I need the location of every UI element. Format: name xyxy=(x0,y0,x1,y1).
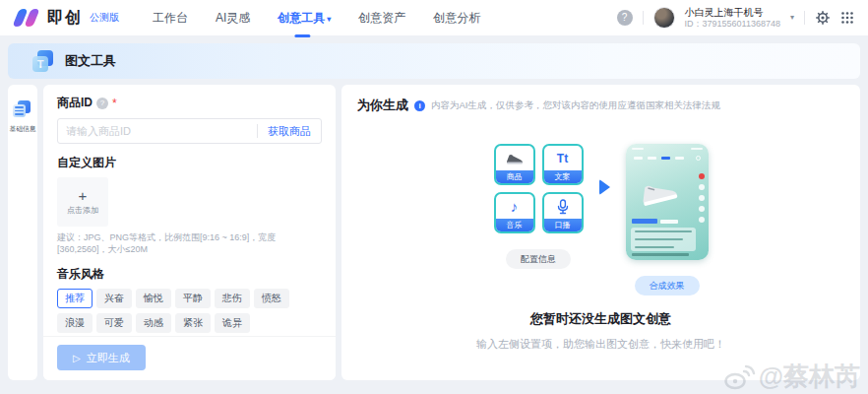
settings-panel: 商品ID ? * 获取商品 自定义图片 + 点击添加 建议：JPG、PNG等格式… xyxy=(43,85,336,380)
avatar[interactable] xyxy=(653,7,675,29)
card-label: 文案 xyxy=(544,170,582,183)
result-group: 合成效果 xyxy=(626,144,709,296)
music-style-chip[interactable]: 愤怒 xyxy=(254,289,289,308)
settings-footer: ▷ 立即生成 xyxy=(43,336,336,380)
product-id-label: 商品ID xyxy=(57,95,93,111)
music-style-chip[interactable]: 动感 xyxy=(136,313,171,333)
upload-text: 点击添加 xyxy=(67,205,98,216)
generate-button[interactable]: ▷ 立即生成 xyxy=(57,345,146,370)
music-style-chips: 推荐 兴奋 愉悦 平静 悲伤 愤怒 浪漫 可爱 动感 紧张 诡异 xyxy=(57,289,322,333)
custom-image-field: 自定义图片 + 点击添加 建议：JPG、PNG等格式，比例范围[9:16 ~ 1… xyxy=(57,155,322,255)
preview-panel: 为你生成 i 内容为AI生成，仅供参考，您对该内容的使用应遵循国家相关法律法规 xyxy=(341,85,860,380)
image-text-tool-icon: T xyxy=(31,49,55,73)
phone-product-shoe xyxy=(634,172,683,214)
music-style-chip[interactable]: 推荐 xyxy=(57,289,93,308)
user-info[interactable]: 小白灵上海干机号 ID：3791556011368748 xyxy=(685,7,780,30)
nav-item-creative-analysis[interactable]: 创意分析 xyxy=(433,10,480,27)
card-voiceover: 口播 xyxy=(542,192,584,233)
music-style-chip[interactable]: 平静 xyxy=(175,289,211,308)
tab-composite-result[interactable]: 合成效果 xyxy=(635,276,700,296)
shoe-icon xyxy=(496,146,533,170)
help-icon[interactable]: ? xyxy=(96,98,108,109)
card-copywriting: Tt 文案 xyxy=(542,144,584,185)
preview-title: 为你生成 xyxy=(357,97,408,114)
beta-badge: 公测版 xyxy=(90,11,119,25)
music-style-chip[interactable]: 浪漫 xyxy=(57,313,93,333)
card-product: 商品 xyxy=(494,144,535,185)
empty-state-subtitle: 输入左侧设置项，助您输出图文创意，快来使用吧！ xyxy=(357,337,844,352)
music-style-chip[interactable]: 诡异 xyxy=(215,313,250,333)
help-icon[interactable]: ? xyxy=(617,10,633,26)
chevron-down-icon[interactable]: ▾ xyxy=(790,13,794,22)
product-id-input[interactable] xyxy=(66,125,257,137)
divider xyxy=(643,11,644,25)
config-cards: 商品 Tt 文案 ♪ 音乐 xyxy=(494,144,584,233)
music-style-label: 音乐风格 xyxy=(57,266,322,283)
product-id-label-row: 商品ID ? * xyxy=(57,95,322,111)
preview-header: 为你生成 i 内容为AI生成，仅供参考，您对该内容的使用应遵循国家相关法律法规 xyxy=(357,97,844,114)
card-music: ♪ 音乐 xyxy=(494,192,535,233)
page-banner: T 图文工具 xyxy=(8,43,860,79)
tab-config-info[interactable]: 配置信息 xyxy=(506,249,571,269)
phone-status-bar xyxy=(632,148,703,150)
upload-hint: 建议：JPG、PNG等格式，比例范围[9:16 ~ 16:9]，宽度[360,2… xyxy=(57,231,322,255)
empty-state-illustration: 商品 Tt 文案 ♪ 音乐 xyxy=(357,144,844,296)
fetch-product-button[interactable]: 获取商品 xyxy=(257,124,321,138)
phone-bottom-caption xyxy=(632,253,689,256)
play-icon: ▷ xyxy=(73,353,81,363)
info-icon: i xyxy=(414,100,425,111)
main-content: 基础信息 商品ID ? * 获取商品 自定义图片 + 点击添加 xyxy=(8,85,860,380)
microphone-icon xyxy=(544,194,582,219)
gear-icon[interactable] xyxy=(815,10,831,26)
phone-mockup xyxy=(626,144,709,260)
music-style-chip[interactable]: 紧张 xyxy=(175,313,211,333)
phone-caption-tag xyxy=(632,219,678,224)
text-icon: Tt xyxy=(544,146,582,170)
divider xyxy=(804,11,805,25)
nav-right: ? 小白灵上海干机号 ID：3791556011368748 ▾ xyxy=(617,7,854,30)
music-style-chip[interactable]: 悲伤 xyxy=(215,289,250,308)
nav-item-label: 创意工具 xyxy=(278,11,325,25)
chevron-down-icon: ▾ xyxy=(327,15,331,24)
music-style-chip[interactable]: 愉悦 xyxy=(136,289,171,308)
required-asterisk: * xyxy=(112,98,117,108)
card-label: 口播 xyxy=(544,219,582,231)
nav-item-creative-tools[interactable]: 创意工具▾ xyxy=(278,10,331,27)
config-group: 商品 Tt 文案 ♪ 音乐 xyxy=(494,144,584,269)
product-id-input-group: 获取商品 xyxy=(57,118,322,144)
logo-text[interactable]: 即创 xyxy=(47,8,83,29)
nav-item-ai-inspiration[interactable]: AI灵感 xyxy=(216,10,250,27)
ai-disclaimer: 内容为AI生成，仅供参考，您对该内容的使用应遵循国家相关法律法规 xyxy=(431,99,720,112)
main-nav: 工作台 AI灵感 创意工具▾ 创意资产 创意分析 xyxy=(153,10,480,27)
music-style-chip[interactable]: 可爱 xyxy=(96,313,132,333)
rail-item-label: 基础信息 xyxy=(9,124,35,133)
upload-image-button[interactable]: + 点击添加 xyxy=(57,177,108,227)
phone-action-icons xyxy=(699,173,705,223)
generate-button-label: 立即生成 xyxy=(87,351,130,365)
music-style-chip[interactable]: 兴奋 xyxy=(96,289,132,308)
user-id: ID：3791556011368748 xyxy=(685,19,780,30)
card-label: 商品 xyxy=(496,170,533,183)
card-label: 音乐 xyxy=(496,219,533,231)
side-rail: 基础信息 xyxy=(8,85,37,380)
plus-icon: + xyxy=(79,189,88,203)
custom-image-label: 自定义图片 xyxy=(57,155,322,171)
nav-item-workbench[interactable]: 工作台 xyxy=(153,10,188,27)
phone-text-overlay xyxy=(631,228,696,251)
product-id-field: 商品ID ? * 获取商品 xyxy=(57,95,322,144)
arrow-right-icon xyxy=(599,179,610,195)
rail-item-basic-info[interactable]: 基础信息 xyxy=(7,100,38,134)
document-icon xyxy=(13,100,32,118)
nav-left: 即创 公测版 工作台 AI灵感 创意工具▾ 创意资产 创意分析 xyxy=(14,8,480,29)
phone-tab-bar xyxy=(634,156,701,161)
page-title: 图文工具 xyxy=(65,52,116,70)
apps-grid-icon[interactable] xyxy=(840,11,854,25)
empty-state-title: 您暂时还没生成图文创意 xyxy=(357,310,844,328)
music-note-icon: ♪ xyxy=(496,194,533,219)
nav-item-creative-assets[interactable]: 创意资产 xyxy=(358,10,405,27)
user-name: 小白灵上海干机号 xyxy=(685,7,780,19)
app-window: 即创 公测版 工作台 AI灵感 创意工具▾ 创意资产 创意分析 ? 小白灵上海干… xyxy=(0,0,868,380)
jichuang-logo-icon[interactable] xyxy=(14,9,41,27)
active-tab-underline xyxy=(295,34,311,37)
top-navbar: 即创 公测版 工作台 AI灵感 创意工具▾ 创意资产 创意分析 ? 小白灵上海干… xyxy=(0,0,868,35)
